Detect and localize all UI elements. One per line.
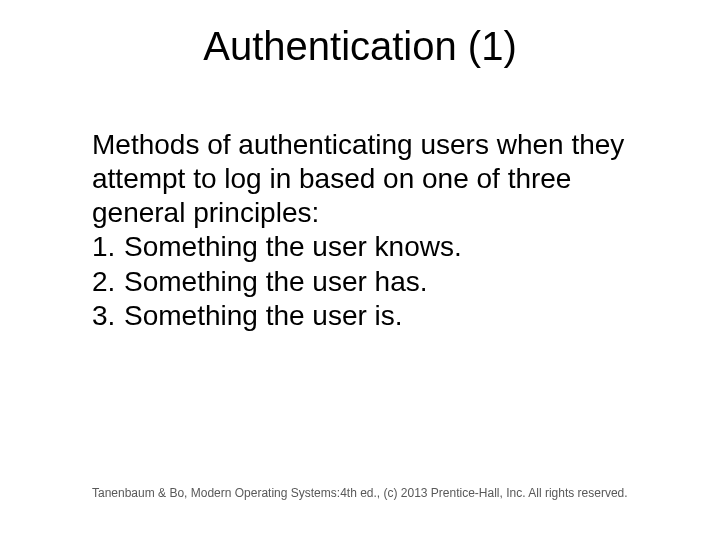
footer-citation: Tanenbaum & Bo, Modern Operating Systems… [92, 486, 652, 500]
slide-body: Methods of authenticating users when the… [92, 128, 652, 333]
list-number: 1. [92, 230, 124, 264]
list-item: 2.Something the user has. [92, 265, 652, 299]
list-item: 3.Something the user is. [92, 299, 652, 333]
list-item: 1.Something the user knows. [92, 230, 652, 264]
list-text: Something the user is. [124, 300, 403, 331]
slide: Authentication (1) Methods of authentica… [0, 0, 720, 540]
list-text: Something the user has. [124, 266, 428, 297]
principles-list: 1.Something the user knows. 2.Something … [92, 230, 652, 332]
list-number: 3. [92, 299, 124, 333]
list-text: Something the user knows. [124, 231, 462, 262]
slide-title: Authentication (1) [0, 24, 720, 69]
intro-text: Methods of authenticating users when the… [92, 128, 652, 230]
list-number: 2. [92, 265, 124, 299]
